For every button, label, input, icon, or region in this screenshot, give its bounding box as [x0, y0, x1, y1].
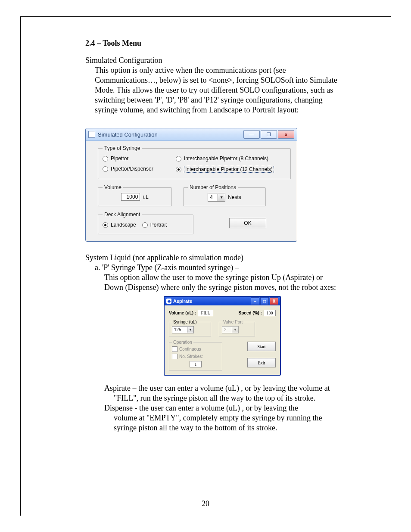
minimize-icon: –: [254, 299, 256, 304]
text-line: "FILL", run the syringe piston all the w…: [114, 393, 358, 403]
volume-label: Volume (uL) :: [169, 311, 196, 315]
radio-landscape[interactable]: Landscape: [103, 222, 136, 228]
syringe-select[interactable]: 125 ▼: [172, 326, 194, 333]
radio-label: Landscape: [111, 222, 136, 228]
text-line: volume at "EMPTY", completely empty the …: [114, 413, 358, 423]
page-left-rule: [20, 16, 21, 516]
speed-label: Speed (%) :: [239, 311, 262, 315]
window-close-button[interactable]: X: [270, 297, 278, 305]
group-legend: Operation: [172, 340, 193, 345]
window-close-button[interactable]: x: [278, 130, 294, 139]
radio-portrait[interactable]: Portrait: [142, 222, 167, 228]
chevron-down-icon: ▼: [187, 327, 193, 333]
text-line: Dispense - the user can enter a volume (…: [104, 403, 358, 413]
strokes-input[interactable]: [190, 361, 202, 367]
speed-input[interactable]: [264, 310, 276, 316]
text-line: Mode. This allows the user to try out di…: [95, 85, 359, 95]
window-maximize-button[interactable]: □: [260, 297, 269, 305]
minimize-icon: —: [249, 132, 254, 137]
window-title: Aspirate: [173, 299, 250, 304]
checkbox-icon: [172, 354, 177, 359]
text-line: syringe volume, and switching from Lands…: [95, 105, 359, 115]
deck-alignment-group: Deck Alignment Landscape Portrait: [98, 212, 193, 234]
maximize-icon: ❐: [267, 132, 271, 137]
checkbox-icon: [172, 346, 177, 352]
radio-interchangeable-12[interactable]: Interchangable Pipettor (12 Channels): [176, 166, 286, 173]
valve-port-select: 2 ▼: [222, 326, 239, 333]
window-titlebar[interactable]: Simulated Configuration — ❐ x: [86, 128, 297, 141]
window-minimize-button[interactable]: —: [243, 130, 260, 139]
type-of-syringe-group: Type of Syringe Pipettor Pipettor/Dispen…: [98, 145, 291, 179]
chevron-down-icon: ▼: [218, 194, 225, 201]
syringe-group: Syringe (uL) 125 ▼: [169, 320, 211, 336]
radio-icon: [103, 166, 108, 172]
chevron-down-icon: ▼: [232, 327, 238, 333]
positions-unit: Nests: [228, 194, 241, 200]
text-line: Communications…, below) is set to <none>…: [95, 75, 359, 85]
group-legend: Number of Positions: [188, 184, 238, 190]
paragraph-aspirate-dispense: Aspirate – the user can enter a volume (…: [104, 383, 358, 433]
page-number: 20: [0, 499, 411, 508]
radio-label: Pipettor/Dispenser: [111, 166, 153, 172]
positions-select[interactable]: 4 ▼: [208, 193, 225, 202]
text-line: Simulated Configuration –: [85, 56, 359, 65]
checkbox-label: Continuous: [179, 347, 201, 352]
window-minimize-button[interactable]: –: [251, 297, 259, 305]
ok-button[interactable]: OK: [229, 218, 266, 228]
text-line: Aspirate – the user can enter a volume (…: [104, 383, 358, 393]
close-icon: x: [285, 132, 287, 137]
group-legend: Volume: [103, 184, 123, 190]
select-value: 2: [222, 327, 232, 332]
page-top-rule: [20, 16, 391, 17]
radio-label: Portrait: [150, 222, 167, 228]
radio-icon: [176, 167, 181, 172]
group-legend: Valve Port: [222, 320, 244, 324]
volume-input[interactable]: [198, 310, 213, 316]
radio-label: Pipettor: [111, 156, 128, 162]
text-line: Down (Dispense) where only the syringe p…: [104, 283, 359, 292]
checkbox-label: No. Strokes:: [179, 354, 203, 359]
radio-interchangeable-8[interactable]: Interchangable Pipettor (8 Channels): [176, 156, 286, 162]
close-icon: X: [273, 299, 276, 304]
text-line: switching between 'P', 'D', 'P8' and 'P1…: [95, 95, 359, 105]
no-strokes-row: No. Strokes:: [172, 354, 219, 359]
operation-group: Operation Continuous No. Strokes:: [169, 340, 222, 370]
window-maximize-button[interactable]: ❐: [261, 130, 277, 139]
radio-label: Interchangable Pipettor (12 Channels): [184, 166, 274, 173]
app-icon: ◆: [166, 299, 171, 304]
text-line: syringe piston all the way to the bottom…: [114, 423, 358, 433]
radio-label: Interchangable Pipettor (8 Channels): [184, 156, 268, 162]
volume-unit: uL: [143, 194, 148, 200]
maximize-icon: □: [263, 299, 266, 304]
radio-icon: [176, 156, 181, 162]
volume-input[interactable]: [121, 193, 140, 201]
exit-button[interactable]: Exit: [247, 358, 276, 367]
aspirate-window: ◆ Aspirate – □ X Volume (uL) : Speed (%)…: [164, 296, 281, 376]
simulated-configuration-window: Simulated Configuration — ❐ x Type of Sy…: [85, 128, 297, 242]
paragraph-sim-config: Simulated Configuration – This option is…: [85, 56, 359, 115]
volume-group: Volume uL: [98, 184, 172, 206]
section-heading: 2.4 – Tools Menu: [85, 39, 359, 48]
select-value: 4: [208, 194, 218, 200]
paragraph-system-liquid: System Liquid (not applicable to simulat…: [85, 253, 359, 292]
text-line: This option allow the user to move the s…: [104, 273, 359, 283]
group-legend: Deck Alignment: [103, 212, 142, 218]
radio-icon: [142, 222, 148, 228]
radio-icon: [103, 222, 108, 228]
window-title: Simulated Configuration: [98, 131, 243, 138]
valve-port-group: Valve Port 2 ▼: [219, 320, 255, 336]
text-line: a. 'P' Syringe Type (Z-axis mounted syri…: [95, 263, 359, 273]
window-titlebar[interactable]: ◆ Aspirate – □ X: [165, 297, 280, 305]
start-button[interactable]: Start: [247, 342, 276, 351]
radio-pipettor[interactable]: Pipettor: [103, 156, 176, 162]
app-icon: [88, 131, 95, 138]
radio-icon: [103, 156, 108, 162]
continuous-checkbox: Continuous: [172, 346, 219, 352]
radio-pipettor-dispenser[interactable]: Pipettor/Dispenser: [103, 166, 176, 172]
positions-group: Number of Positions 4 ▼ Nests: [183, 184, 266, 206]
text-line: This option is only active when the comm…: [95, 65, 359, 75]
select-value: 125: [172, 327, 187, 332]
group-legend: Type of Syringe: [103, 145, 142, 151]
group-legend: Syringe (uL): [172, 320, 198, 324]
text-line: System Liquid (not applicable to simulat…: [85, 253, 359, 263]
